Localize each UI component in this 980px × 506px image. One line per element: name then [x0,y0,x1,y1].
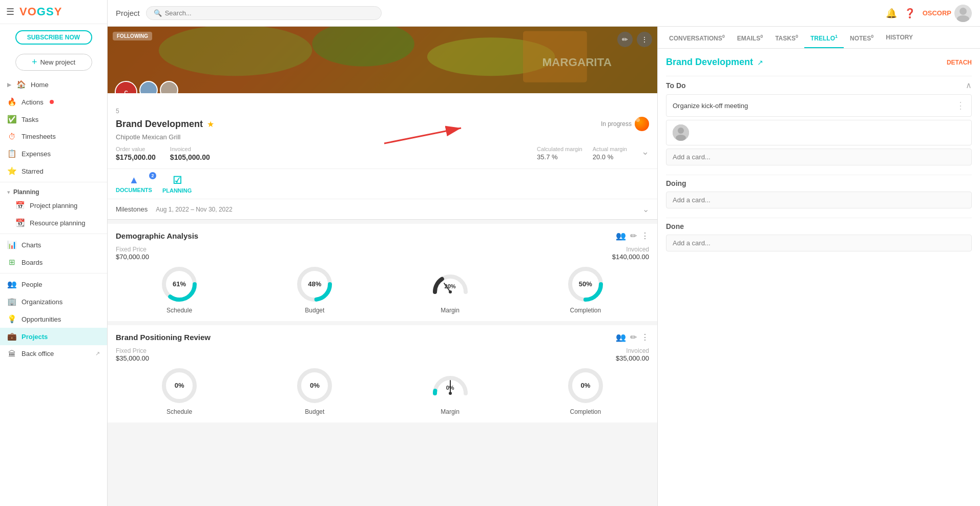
external-link-icon[interactable]: ↗ [757,58,763,67]
home-icon: 🏠 [16,80,26,89]
more-banner-button[interactable]: ⋮ [637,32,652,47]
sidebar-item-back-office[interactable]: 🏛 Back office ↗ [0,345,107,362]
boards-icon: ⊞ [7,258,16,267]
main-wrapper: Project 🔍 🔔 ❓ OSCORP [108,0,980,506]
subscribe-button[interactable]: SUBSCRIBE NOW [15,30,92,45]
tab-trello[interactable]: TRELLO1 [804,27,844,48]
user-menu[interactable]: OSCORP [923,5,972,22]
help-icon[interactable]: ❓ [904,8,915,19]
svg-text:C: C [124,90,128,93]
card-menu-icon[interactable]: ⋮ [956,100,965,111]
project-doc-links: ▲ DOCUMENTS 2 ☑ PLANNING [108,168,657,199]
chart-margin-2: 0% Margin [430,365,471,415]
trello-list-header-doing[interactable]: Doing [666,175,972,192]
topbar-right: 🔔 ❓ OSCORP [886,5,972,22]
section-actions-demographic: 👥 ✏ ⋮ [616,231,649,241]
more-icon-2[interactable]: ⋮ [641,332,649,342]
sidebar-item-actions[interactable]: 🔥 Actions [0,93,107,111]
back-office-icon: 🏛 [7,349,16,358]
svg-point-3 [159,27,312,76]
detach-button[interactable]: DETACH [947,59,972,66]
notifications-icon[interactable]: 🔔 [886,8,897,19]
actual-margin-metric: Actual margin 20.0 % [593,146,627,161]
order-value-metric: Order value $175,000.00 [116,146,156,161]
tab-conversations[interactable]: CONVERSATIONS0 [663,27,731,48]
planning-section[interactable]: ▾ Planning [0,184,107,197]
project-planning-icon: 📅 [15,201,25,210]
documents-link[interactable]: ▲ DOCUMENTS 2 [116,174,152,194]
sidebar-item-starred[interactable]: ⭐ Starred [0,162,107,180]
trello-card: Organize kick-off meeting ⋮ [666,94,972,117]
project-company: Chipotle Mexican Grill [116,133,649,141]
sidebar-item-timesheets[interactable]: ⏱ Timesheets [0,128,107,145]
todo-chevron-icon: ∧ [966,80,972,90]
sidebar-header: ☰ VOGSY [0,0,107,24]
project-star-icon[interactable]: ★ [207,119,214,129]
sidebar-item-projects[interactable]: 💼 Projects [0,328,107,345]
sidebar-item-project-planning[interactable]: 📅 Project planning [0,197,107,214]
add-card-input-doing[interactable] [666,192,972,208]
trello-title-row: Brand Development ↗ DETACH [666,57,972,68]
sidebar-item-organizations[interactable]: 🏢 Organizations [0,293,107,310]
avatar [954,5,972,22]
project-header-card: MARGARITA FOLLOWING ✏ ⋮ C [108,27,657,220]
tasks-icon: ✅ [7,115,16,124]
tab-tasks[interactable]: TASKS0 [769,27,804,48]
project-number: 5 [116,108,649,115]
status-indicator: In progress [601,117,649,131]
expand-metrics-icon[interactable]: ⌄ [641,146,649,161]
team-icon-2[interactable]: 👥 [616,332,626,342]
edit-icon-2[interactable]: ✏ [630,332,637,342]
tab-history[interactable]: HISTORY [880,27,919,48]
hamburger-icon[interactable]: ☰ [6,6,14,17]
search-bar[interactable]: 🔍 [146,6,382,20]
section-actions-brand: 👥 ✏ ⋮ [616,332,649,342]
project-banner: MARGARITA FOLLOWING ✏ ⋮ C [108,27,657,93]
tab-emails[interactable]: EMAILS0 [731,27,769,48]
trello-content: Brand Development ↗ DETACH To Do ∧ Organ… [658,49,980,506]
planning-link[interactable]: ☑ PLANNING [162,174,192,194]
banner-actions: ✏ ⋮ [617,32,652,47]
sidebar-item-charts[interactable]: 📊 Charts [0,236,107,254]
add-card-input-done[interactable] [666,235,972,251]
milestones-chevron-icon: ⌄ [642,204,649,214]
user-avatar-2 [160,81,178,93]
svg-point-0 [960,8,967,15]
sidebar-item-boards[interactable]: ⊞ Boards [0,254,107,271]
tab-notes[interactable]: NOTES0 [844,27,880,48]
trello-list-header-done[interactable]: Done [666,218,972,235]
svg-text:MARGARITA: MARGARITA [542,56,611,69]
edit-icon[interactable]: ✏ [630,231,637,241]
team-icon[interactable]: 👥 [616,231,626,241]
sidebar-item-people[interactable]: 👥 People [0,276,107,293]
following-badge: FOLLOWING [113,32,152,40]
username-label: OSCORP [923,9,951,17]
organizations-icon: 🏢 [7,297,16,306]
sidebar-item-opportunities[interactable]: 💡 Opportunities [0,310,107,328]
sidebar-item-tasks[interactable]: ✅ Tasks [0,111,107,128]
search-input[interactable] [165,9,374,17]
more-icon[interactable]: ⋮ [641,231,649,241]
resource-planning-icon: 📆 [15,218,25,227]
project-panel: MARGARITA FOLLOWING ✏ ⋮ C [108,27,657,506]
expenses-icon: 📋 [7,149,16,158]
projects-icon: 💼 [7,332,16,341]
section-brand-positioning: Brand Positioning Review 👥 ✏ ⋮ Fixed Pri… [108,325,657,423]
charts-icon: 📊 [7,240,16,249]
svg-point-15 [449,290,452,293]
milestones-row[interactable]: Milestones Aug 1, 2022 – Nov 30, 2022 ⌄ [108,199,657,219]
svg-point-25 [676,135,686,141]
trello-board-title: Brand Development [666,57,753,68]
chart-schedule: 61% Schedule [159,264,200,314]
trello-list-todo: To Do ∧ Organize kick-off meeting ⋮ [666,76,972,165]
edit-banner-button[interactable]: ✏ [617,32,633,47]
chart-budget-2: 0% Budget [294,365,335,415]
sidebar-item-expenses[interactable]: 📋 Expenses [0,145,107,162]
new-project-button[interactable]: + New project [15,54,92,71]
sidebar-item-resource-planning[interactable]: 📆 Resource planning [0,214,107,231]
topbar: Project 🔍 🔔 ❓ OSCORP [108,0,980,27]
trello-list-header-todo[interactable]: To Do ∧ [666,76,972,94]
user-avatar-1 [139,81,158,93]
add-card-input-todo[interactable] [666,149,972,165]
sidebar-item-home[interactable]: ▶ 🏠 Home [0,76,107,93]
